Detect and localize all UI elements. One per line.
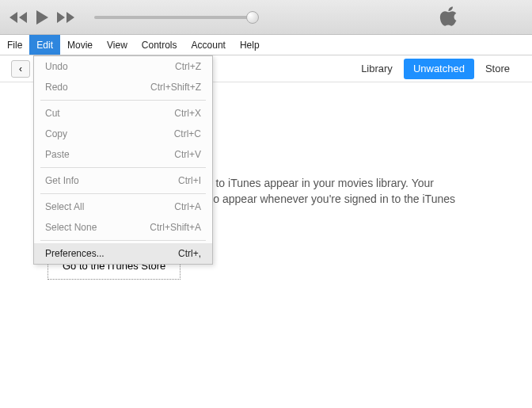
menu-item-shortcut: Ctrl+Shift+A [150,222,201,233]
menu-item-redo[interactable]: RedoCtrl+Shift+Z [34,77,212,97]
menu-item-label: Preferences... [45,248,104,259]
menu-item-shortcut: Ctrl+, [178,248,201,259]
menu-item-shortcut: Ctrl+Z [175,61,201,72]
menu-item-label: Select All [45,201,84,212]
previous-icon[interactable] [8,10,28,25]
menu-item-paste[interactable]: PasteCtrl+V [34,144,212,165]
tab-unwatched[interactable]: Unwatched [404,59,474,79]
menu-separator [40,240,206,241]
menu-help[interactable]: Help [233,35,267,55]
menu-item-undo[interactable]: UndoCtrl+Z [34,56,212,77]
menu-item-shortcut: Ctrl+Shift+Z [150,82,201,93]
menu-item-label: Cut [45,108,60,119]
menu-account[interactable]: Account [184,35,233,55]
menu-view[interactable]: View [100,35,135,55]
menu-separator [40,193,206,194]
menu-item-copy[interactable]: CopyCtrl+C [34,124,212,144]
menu-separator [40,100,206,101]
menu-item-shortcut: Ctrl+A [174,201,201,212]
menu-item-shortcut: Ctrl+X [174,108,201,119]
menu-item-cut[interactable]: CutCtrl+X [34,103,212,124]
edit-menu-dropdown: UndoCtrl+ZRedoCtrl+Shift+ZCutCtrl+XCopyC… [33,55,213,265]
play-icon[interactable] [33,9,51,26]
chevron-left-icon: ‹ [19,63,22,74]
menu-item-label: Undo [45,61,68,72]
menu-item-shortcut: Ctrl+C [174,128,201,139]
menu-item-label: Select None [45,222,97,233]
apple-logo-icon [439,6,460,32]
menu-controls[interactable]: Controls [135,35,184,55]
playback-toolbar [0,0,532,35]
menu-item-shortcut: Ctrl+I [178,175,201,186]
menu-item-shortcut: Ctrl+V [174,149,201,160]
tab-store[interactable]: Store [474,55,521,82]
menu-item-preferences[interactable]: Preferences...Ctrl+, [34,243,212,264]
volume-knob[interactable] [246,11,259,24]
volume-slider[interactable] [94,16,253,19]
menu-item-label: Paste [45,149,70,160]
menu-edit[interactable]: Edit [29,35,60,55]
menu-item-label: Get Info [45,175,79,186]
playback-controls [8,9,76,26]
menu-item-label: Copy [45,128,67,139]
next-icon[interactable] [55,10,76,25]
menu-file[interactable]: File [0,35,29,55]
back-button[interactable]: ‹ [11,60,30,78]
menu-item-select-none[interactable]: Select NoneCtrl+Shift+A [34,217,212,238]
menu-item-select-all[interactable]: Select AllCtrl+A [34,196,212,217]
menu-separator [40,167,206,168]
menu-item-get-info[interactable]: Get InfoCtrl+I [34,170,212,191]
menu-item-label: Redo [45,82,68,93]
menu-movie[interactable]: Movie [60,35,100,55]
tab-library[interactable]: Library [350,55,404,82]
menu-bar: FileEditMovieViewControlsAccountHelp [0,35,532,55]
